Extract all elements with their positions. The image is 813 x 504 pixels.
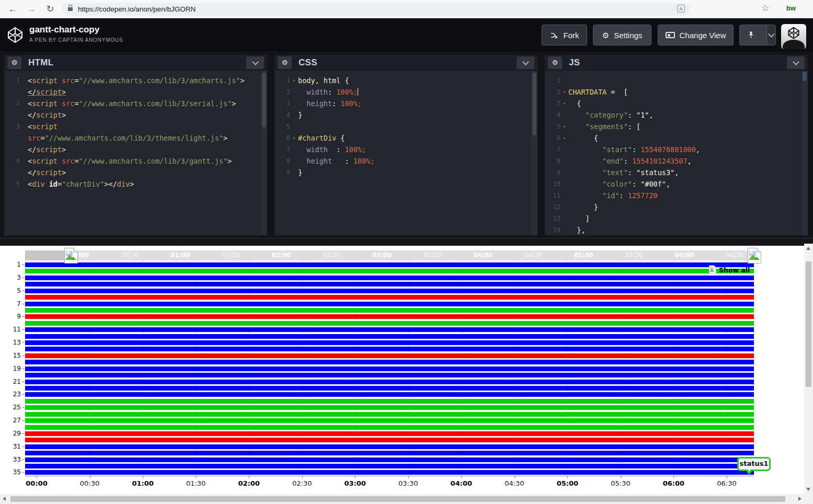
fold-caret-icon[interactable]: ▾ — [560, 86, 568, 98]
scrollbar-axis-label: 01:30 — [215, 250, 246, 260]
time-axis-label: 00:30 — [74, 479, 106, 487]
broken-image-icon[interactable] — [708, 265, 717, 274]
gantt-bar[interactable] — [25, 392, 754, 397]
scroll-right-icon[interactable] — [798, 497, 801, 501]
row-separator — [25, 404, 754, 404]
scroll-up-icon[interactable] — [806, 247, 810, 250]
horizontal-scrollbar-thumb[interactable] — [10, 496, 785, 502]
back-icon[interactable]: ← — [5, 2, 20, 16]
gantt-bar[interactable] — [25, 373, 754, 377]
code-line: 4} — [274, 109, 531, 121]
category-tick — [22, 329, 25, 330]
change-view-button[interactable]: Change View — [658, 25, 734, 45]
gantt-bar[interactable] — [25, 334, 754, 339]
gantt-bar[interactable] — [25, 464, 754, 468]
category-tick — [22, 316, 25, 317]
code-line: 2<script src="//www.amcharts.com/lib/3/s… — [4, 98, 261, 109]
gantt-bar[interactable] — [25, 327, 754, 332]
gantt-bar[interactable] — [25, 457, 754, 462]
gantt-bar[interactable] — [25, 302, 754, 306]
pin-dropdown[interactable] — [766, 25, 775, 45]
gantt-bar[interactable] — [25, 295, 754, 300]
url-text[interactable]: https://codepen.io/anon/pen/bJGORN — [78, 5, 196, 13]
gantt-bar[interactable] — [25, 308, 754, 313]
gantt-bar[interactable] — [25, 289, 754, 293]
gantt-bar[interactable] — [25, 412, 754, 417]
code-line: 9 "text": "status3", — [545, 167, 801, 178]
gantt-bar[interactable] — [25, 360, 754, 364]
fold-caret-icon[interactable]: ▾ — [290, 75, 298, 86]
translate-icon[interactable]: A — [677, 5, 685, 13]
fold-caret-icon[interactable]: ▾ — [560, 121, 568, 132]
fold-caret-icon[interactable]: ▾ — [290, 132, 298, 144]
fork-button[interactable]: Fork — [542, 25, 587, 45]
time-axis-label: 01:00 — [127, 479, 158, 487]
gantt-bar[interactable] — [25, 405, 754, 410]
show-all-link[interactable]: Show all — [719, 266, 750, 274]
collapse-button[interactable] — [787, 56, 805, 69]
gear-icon[interactable]: ⚙ — [7, 56, 21, 69]
address-bar[interactable]: https://codepen.io/anon/pen/bJGORN A — [62, 3, 690, 16]
extension-badge[interactable]: bw — [786, 4, 796, 12]
row-separator — [25, 397, 754, 398]
gantt-bar[interactable] — [25, 451, 754, 455]
scroll-left-icon[interactable] — [3, 497, 6, 501]
gantt-bar[interactable] — [25, 262, 754, 267]
gantt-bar[interactable] — [25, 353, 754, 358]
gantt-bar[interactable] — [25, 314, 754, 319]
js-code[interactable]: 12▾CHARTDATA = [3▾ {4 "category": "1",5▾… — [545, 71, 801, 235]
collapse-button[interactable] — [517, 56, 534, 69]
gantt-bar[interactable] — [25, 321, 754, 326]
scroll-down-icon[interactable] — [806, 488, 810, 491]
gear-icon[interactable]: ⚙ — [548, 56, 562, 69]
bookmark-star-icon[interactable]: ☆ — [761, 3, 769, 14]
gantt-bar[interactable] — [25, 444, 754, 449]
chart-scrollbar-track[interactable] — [25, 250, 67, 260]
codepen-logo-icon[interactable] — [6, 26, 24, 46]
gantt-bar[interactable] — [25, 431, 754, 436]
row-separator — [25, 306, 754, 307]
gantt-bar[interactable] — [25, 347, 754, 351]
gantt-bar[interactable] — [25, 282, 754, 287]
time-axis-line — [25, 476, 754, 476]
gantt-bar[interactable] — [25, 425, 754, 430]
avatar[interactable] — [781, 24, 806, 49]
vertical-scrollbar[interactable] — [804, 244, 813, 494]
settings-button[interactable]: ⚙ Settings — [593, 25, 651, 45]
css-editor-scrollbar[interactable] — [531, 71, 537, 235]
time-axis-label: 06:30 — [711, 479, 742, 487]
html-code[interactable]: 1<script src="//www.amcharts.com/lib/3/a… — [4, 71, 261, 235]
css-code[interactable]: 1▾body, html {2 width: 100%;3 height: 10… — [274, 71, 531, 235]
gantt-bar[interactable] — [25, 276, 754, 280]
display-icon — [666, 32, 675, 38]
horizontal-scrollbar[interactable] — [0, 494, 804, 504]
chevron-down-icon — [522, 59, 529, 65]
collapse-button[interactable] — [246, 56, 264, 69]
gantt-bar[interactable] — [25, 269, 754, 273]
fold-caret-icon[interactable]: ▾ — [560, 132, 568, 144]
gantt-bar[interactable] — [25, 340, 754, 345]
reload-icon[interactable]: ↻ — [43, 2, 58, 16]
gantt-bar[interactable] — [25, 470, 754, 475]
category-tick — [22, 304, 25, 304]
html-editor-scrollbar[interactable] — [261, 71, 267, 235]
category-axis-label: 1 — [4, 261, 21, 268]
gantt-bar[interactable] — [25, 418, 754, 423]
gantt-bar[interactable] — [25, 399, 754, 404]
html-panel-header: ⚙ HTML — [4, 55, 267, 71]
editor-preview-divider[interactable] — [0, 238, 813, 246]
broken-image-icon[interactable] — [63, 247, 79, 264]
vertical-scrollbar-thumb[interactable] — [806, 261, 811, 387]
gantt-bar[interactable] — [25, 386, 754, 391]
gantt-bar[interactable] — [25, 366, 754, 371]
css-panel: ⚙ CSS 1▾body, html {2 width: 100%;3 heig… — [274, 55, 537, 235]
gantt-bar[interactable] — [25, 380, 754, 384]
broken-image-icon[interactable] — [747, 247, 762, 264]
pin-split-button[interactable] — [739, 25, 776, 45]
js-editor-scrollbar[interactable] — [801, 71, 808, 235]
gantt-bar[interactable] — [25, 438, 754, 442]
forward-icon[interactable]: → — [24, 2, 39, 16]
gear-icon[interactable]: ⚙ — [278, 56, 292, 69]
pin-icon[interactable] — [740, 25, 762, 45]
fold-caret-icon[interactable]: ▾ — [560, 98, 568, 109]
